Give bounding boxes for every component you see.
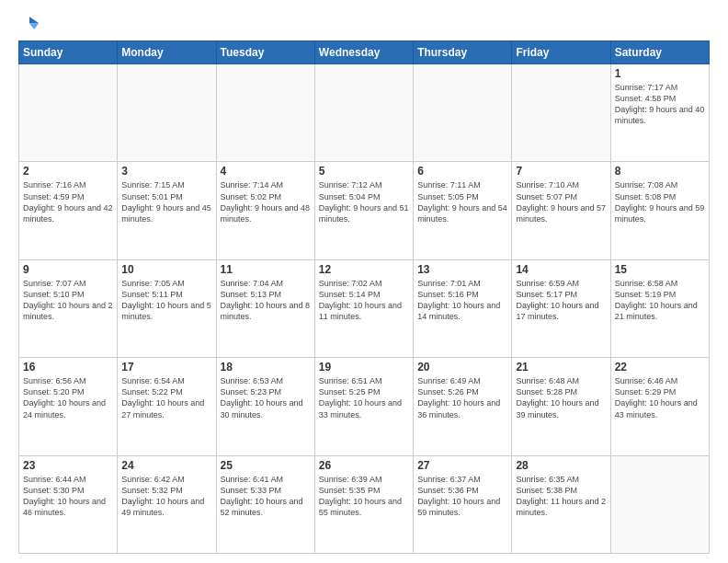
weekday-header-sunday: Sunday xyxy=(19,41,118,64)
day-info: Sunrise: 6:56 AM Sunset: 5:20 PM Dayligh… xyxy=(23,375,113,420)
day-info: Sunrise: 6:46 AM Sunset: 5:29 PM Dayligh… xyxy=(615,375,705,420)
svg-marker-1 xyxy=(29,23,39,29)
day-number: 18 xyxy=(221,361,311,373)
day-number: 4 xyxy=(221,165,311,178)
weekday-header-thursday: Thursday xyxy=(414,41,512,64)
day-info: Sunrise: 7:01 AM Sunset: 5:16 PM Dayligh… xyxy=(417,278,507,323)
day-info: Sunrise: 7:05 AM Sunset: 5:11 PM Dayligh… xyxy=(121,278,211,323)
day-cell: 23Sunrise: 6:44 AM Sunset: 5:30 PM Dayli… xyxy=(19,455,118,553)
day-cell: 14Sunrise: 6:59 AM Sunset: 5:17 PM Dayli… xyxy=(512,259,610,357)
day-cell: 1Sunrise: 7:17 AM Sunset: 4:58 PM Daylig… xyxy=(610,64,709,162)
day-number: 17 xyxy=(121,361,211,373)
day-cell: 20Sunrise: 6:49 AM Sunset: 5:26 PM Dayli… xyxy=(414,358,512,455)
day-number: 24 xyxy=(121,459,211,472)
svg-marker-0 xyxy=(29,17,39,23)
day-cell: 16Sunrise: 6:56 AM Sunset: 5:20 PM Dayli… xyxy=(19,358,118,455)
day-info: Sunrise: 6:37 AM Sunset: 5:36 PM Dayligh… xyxy=(417,474,507,519)
day-cell: 28Sunrise: 6:35 AM Sunset: 5:38 PM Dayli… xyxy=(512,455,610,553)
day-cell: 21Sunrise: 6:48 AM Sunset: 5:28 PM Dayli… xyxy=(512,358,610,455)
weekday-header-saturday: Saturday xyxy=(610,41,709,64)
day-info: Sunrise: 7:02 AM Sunset: 5:14 PM Dayligh… xyxy=(319,278,409,323)
week-row-1: 2Sunrise: 7:16 AM Sunset: 4:59 PM Daylig… xyxy=(19,162,710,259)
day-cell: 17Sunrise: 6:54 AM Sunset: 5:22 PM Dayli… xyxy=(118,358,216,455)
day-info: Sunrise: 6:53 AM Sunset: 5:23 PM Dayligh… xyxy=(221,375,311,420)
day-cell xyxy=(216,64,314,162)
day-number: 19 xyxy=(319,361,409,373)
day-number: 26 xyxy=(319,459,409,472)
day-cell: 2Sunrise: 7:16 AM Sunset: 4:59 PM Daylig… xyxy=(19,162,118,259)
day-cell: 12Sunrise: 7:02 AM Sunset: 5:14 PM Dayli… xyxy=(314,259,413,357)
day-info: Sunrise: 7:04 AM Sunset: 5:13 PM Dayligh… xyxy=(221,278,311,323)
day-cell: 5Sunrise: 7:12 AM Sunset: 5:04 PM Daylig… xyxy=(314,162,413,259)
day-cell: 10Sunrise: 7:05 AM Sunset: 5:11 PM Dayli… xyxy=(118,259,216,357)
day-number: 15 xyxy=(615,263,705,276)
day-number: 1 xyxy=(615,67,705,80)
day-info: Sunrise: 7:12 AM Sunset: 5:04 PM Dayligh… xyxy=(319,179,409,224)
day-info: Sunrise: 6:58 AM Sunset: 5:19 PM Dayligh… xyxy=(615,278,705,323)
day-cell: 15Sunrise: 6:58 AM Sunset: 5:19 PM Dayli… xyxy=(610,259,709,357)
week-row-2: 9Sunrise: 7:07 AM Sunset: 5:10 PM Daylig… xyxy=(19,259,710,357)
day-info: Sunrise: 7:11 AM Sunset: 5:05 PM Dayligh… xyxy=(417,179,507,224)
day-cell xyxy=(610,455,709,553)
day-cell: 25Sunrise: 6:41 AM Sunset: 5:33 PM Dayli… xyxy=(216,455,314,553)
weekday-header-monday: Monday xyxy=(118,41,216,64)
day-info: Sunrise: 6:35 AM Sunset: 5:38 PM Dayligh… xyxy=(516,474,606,519)
day-number: 14 xyxy=(516,263,606,276)
weekday-header-row: SundayMondayTuesdayWednesdayThursdayFrid… xyxy=(19,41,710,64)
day-cell: 26Sunrise: 6:39 AM Sunset: 5:35 PM Dayli… xyxy=(314,455,413,553)
day-number: 12 xyxy=(319,263,409,276)
logo xyxy=(18,15,44,33)
day-cell: 27Sunrise: 6:37 AM Sunset: 5:36 PM Dayli… xyxy=(414,455,512,553)
day-cell: 6Sunrise: 7:11 AM Sunset: 5:05 PM Daylig… xyxy=(414,162,512,259)
day-number: 8 xyxy=(615,165,705,178)
week-row-3: 16Sunrise: 6:56 AM Sunset: 5:20 PM Dayli… xyxy=(19,358,710,455)
day-cell: 24Sunrise: 6:42 AM Sunset: 5:32 PM Dayli… xyxy=(118,455,216,553)
weekday-header-friday: Friday xyxy=(512,41,610,64)
day-cell: 4Sunrise: 7:14 AM Sunset: 5:02 PM Daylig… xyxy=(216,162,314,259)
day-info: Sunrise: 6:48 AM Sunset: 5:28 PM Dayligh… xyxy=(516,375,606,420)
day-cell: 18Sunrise: 6:53 AM Sunset: 5:23 PM Dayli… xyxy=(216,358,314,455)
day-number: 6 xyxy=(417,165,507,178)
day-info: Sunrise: 6:41 AM Sunset: 5:33 PM Dayligh… xyxy=(221,474,311,519)
day-cell xyxy=(118,64,216,162)
day-number: 3 xyxy=(121,165,211,178)
day-info: Sunrise: 6:54 AM Sunset: 5:22 PM Dayligh… xyxy=(121,375,211,420)
day-cell xyxy=(512,64,610,162)
day-number: 27 xyxy=(417,459,507,472)
day-number: 10 xyxy=(121,263,211,276)
day-info: Sunrise: 7:10 AM Sunset: 5:07 PM Dayligh… xyxy=(516,179,606,224)
day-number: 9 xyxy=(23,263,113,276)
day-number: 23 xyxy=(23,459,113,472)
day-cell: 22Sunrise: 6:46 AM Sunset: 5:29 PM Dayli… xyxy=(610,358,709,455)
day-info: Sunrise: 6:39 AM Sunset: 5:35 PM Dayligh… xyxy=(319,474,409,519)
day-cell: 8Sunrise: 7:08 AM Sunset: 5:08 PM Daylig… xyxy=(610,162,709,259)
day-number: 5 xyxy=(319,165,409,178)
logo-icon xyxy=(18,15,40,33)
day-number: 7 xyxy=(516,165,606,178)
day-cell: 7Sunrise: 7:10 AM Sunset: 5:07 PM Daylig… xyxy=(512,162,610,259)
header xyxy=(18,15,710,33)
day-cell: 11Sunrise: 7:04 AM Sunset: 5:13 PM Dayli… xyxy=(216,259,314,357)
day-info: Sunrise: 6:59 AM Sunset: 5:17 PM Dayligh… xyxy=(516,278,606,323)
day-number: 13 xyxy=(417,263,507,276)
day-cell: 3Sunrise: 7:15 AM Sunset: 5:01 PM Daylig… xyxy=(118,162,216,259)
day-cell xyxy=(19,64,118,162)
calendar-table: SundayMondayTuesdayWednesdayThursdayFrid… xyxy=(18,40,710,554)
week-row-0: 1Sunrise: 7:17 AM Sunset: 4:58 PM Daylig… xyxy=(19,64,710,162)
day-info: Sunrise: 7:07 AM Sunset: 5:10 PM Dayligh… xyxy=(23,278,113,323)
day-number: 22 xyxy=(615,361,705,373)
day-number: 28 xyxy=(516,459,606,472)
day-number: 25 xyxy=(221,459,311,472)
day-number: 2 xyxy=(23,165,113,178)
day-cell: 9Sunrise: 7:07 AM Sunset: 5:10 PM Daylig… xyxy=(19,259,118,357)
day-cell: 13Sunrise: 7:01 AM Sunset: 5:16 PM Dayli… xyxy=(414,259,512,357)
day-info: Sunrise: 7:14 AM Sunset: 5:02 PM Dayligh… xyxy=(221,179,311,224)
day-number: 21 xyxy=(516,361,606,373)
day-info: Sunrise: 6:42 AM Sunset: 5:32 PM Dayligh… xyxy=(121,474,211,519)
day-number: 20 xyxy=(417,361,507,373)
day-info: Sunrise: 6:49 AM Sunset: 5:26 PM Dayligh… xyxy=(417,375,507,420)
day-number: 16 xyxy=(23,361,113,373)
day-cell: 19Sunrise: 6:51 AM Sunset: 5:25 PM Dayli… xyxy=(314,358,413,455)
day-info: Sunrise: 7:15 AM Sunset: 5:01 PM Dayligh… xyxy=(121,179,211,224)
day-info: Sunrise: 7:16 AM Sunset: 4:59 PM Dayligh… xyxy=(23,179,113,224)
